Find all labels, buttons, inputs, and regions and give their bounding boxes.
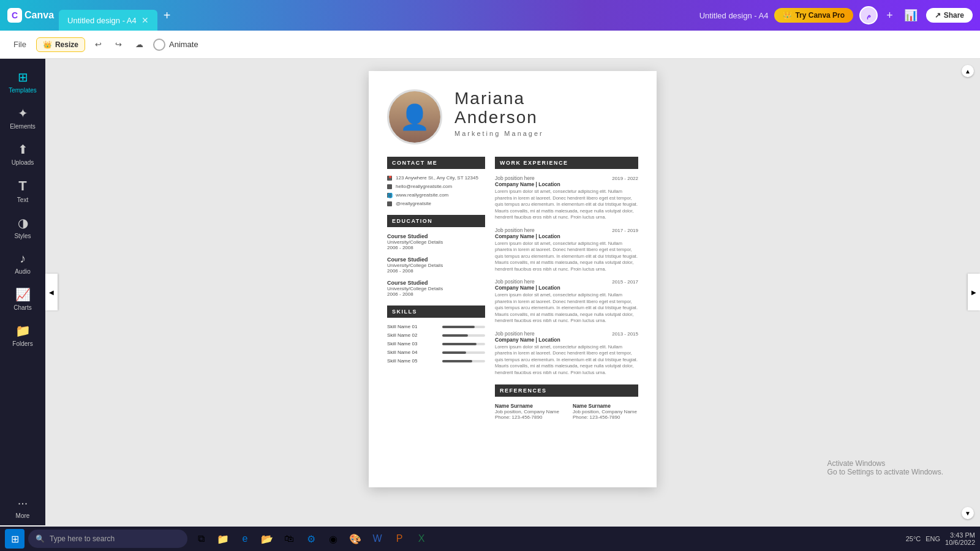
skill-bar-3: [442, 343, 485, 345]
scroll-right-button[interactable]: ▶: [968, 274, 980, 310]
add-collaborator-button[interactable]: +: [884, 7, 895, 24]
uploads-icon: ⬆: [18, 142, 28, 157]
taskbar-search[interactable]: 🔍 Type here to search: [28, 530, 187, 548]
store-button[interactable]: 🛍: [279, 529, 299, 549]
charts-icon: 📈: [15, 287, 31, 302]
skill-item-3: Skill Name 03: [387, 341, 485, 347]
redo-icon: ↪: [115, 40, 122, 49]
toolbar: File 👑 Resize ↩ ↪ ☁ Animate: [0, 31, 980, 59]
more-icon: ···: [18, 496, 28, 510]
analytics-button[interactable]: 📊: [902, 6, 920, 24]
resume-body: CONTACT ME 📍 123 Anywhere St., Any City,…: [387, 157, 638, 420]
references-header: REFERENCES: [495, 384, 638, 397]
skill-item-4: Skill Name 04: [387, 350, 485, 355]
ref-item-2: Name Surname Job position, Company Name …: [573, 403, 638, 420]
work-item-2: Job position here 2017 - 2019 Company Na…: [495, 227, 638, 273]
design-tab[interactable]: Untitled design - A4 ✕: [59, 10, 157, 31]
edge-button[interactable]: e: [235, 529, 255, 549]
sidebar-label-uploads: Uploads: [12, 159, 34, 166]
file-explorer-button[interactable]: 📁: [213, 529, 233, 549]
resume-left-column: CONTACT ME 📍 123 Anywhere St., Any City,…: [387, 157, 485, 420]
contact-email: ✉ hello@reallygreatsite.com: [387, 184, 485, 189]
sidebar-item-templates[interactable]: ⊞ Templates: [0, 64, 45, 100]
web-icon: 🌐: [387, 193, 392, 198]
resize-button[interactable]: 👑 Resize: [36, 37, 85, 52]
skills-section: SKILLS Skill Name 01 Skill Name 02: [387, 305, 485, 364]
chrome-button[interactable]: ◉: [323, 529, 343, 549]
scroll-up-button[interactable]: ▲: [962, 65, 974, 77]
references-section: REFERENCES Name Surname Job position, Co…: [495, 384, 638, 420]
skill-bar-2: [442, 334, 485, 337]
animate-circle-icon: [153, 39, 165, 51]
share-icon: ↗: [935, 11, 941, 20]
contact-social: □ @reallygreatsite: [387, 201, 485, 206]
avatar[interactable]: م: [859, 6, 878, 24]
resume-document[interactable]: 👤 Mariana Anderson Marketing Manager: [369, 71, 657, 487]
edu-item-3: Course Studied University/College Detail…: [387, 280, 485, 297]
try-canva-pro-button[interactable]: 👑 Try Canva Pro: [774, 8, 853, 23]
temperature-label: 25°C: [906, 535, 921, 542]
taskbar-right: 25°C ENG 3:43 PM 10/6/2022: [906, 531, 975, 546]
undo-button[interactable]: ↩: [91, 37, 105, 51]
sidebar-item-folders[interactable]: 📁 Folders: [0, 317, 45, 353]
crown-icon: 👑: [783, 11, 792, 20]
templates-icon: ⊞: [18, 70, 28, 84]
search-placeholder: Type here to search: [50, 534, 115, 543]
skill-item-2: Skill Name 02: [387, 332, 485, 338]
education-section: EDUCATION Course Studied University/Coll…: [387, 215, 485, 297]
sidebar-item-text[interactable]: T Text: [0, 172, 45, 209]
sidebar-label-styles: Styles: [14, 233, 31, 239]
sidebar-item-elements[interactable]: ✦ Elements: [0, 100, 45, 136]
taskbar-time: 3:43 PM 10/6/2022: [945, 531, 975, 546]
cortana-button[interactable]: ⚙: [301, 529, 321, 549]
references-grid: Name Surname Job position, Company Name …: [495, 403, 638, 420]
undo-icon: ↩: [95, 40, 102, 49]
sidebar-label-templates: Templates: [9, 87, 37, 94]
scroll-down-button[interactable]: ▼: [962, 507, 974, 519]
location-icon: 📍: [387, 176, 392, 181]
contact-address: 📍 123 Anywhere St., Any City, ST 12345: [387, 175, 485, 181]
redo-button[interactable]: ↪: [111, 37, 126, 51]
top-bar-right: Untitled design - A4 👑 Try Canva Pro م +…: [699, 6, 973, 24]
skill-item-1: Skill Name 01: [387, 324, 485, 329]
app-title: Canva: [24, 10, 54, 21]
sidebar-item-charts[interactable]: 📈 Charts: [0, 281, 45, 317]
new-tab-button[interactable]: +: [164, 9, 171, 23]
explorer-button2[interactable]: 📂: [257, 529, 277, 549]
work-section: WORK EXPERIENCE Job position here 2019 -…: [495, 157, 638, 376]
canva-logo[interactable]: C Canva: [7, 8, 54, 23]
resume-photo: 👤: [387, 89, 442, 144]
canvas-area[interactable]: ▲ ▼ ◀ ▶ 👤 Mariana Anderson Marketing Man…: [45, 59, 980, 525]
tab-close-icon[interactable]: ✕: [141, 15, 149, 25]
animate-label: Animate: [169, 40, 198, 49]
excel-button[interactable]: X: [412, 529, 431, 549]
work-item-4: Job position here 2013 - 2015 Company Na…: [495, 331, 638, 377]
skill-bar-4: [442, 351, 485, 354]
work-item-3: Job position here 2015 - 2017 Company Na…: [495, 279, 638, 324]
work-item-1: Job position here 2019 - 2022 Company Na…: [495, 175, 638, 221]
sidebar-label-charts: Charts: [13, 304, 31, 311]
resume-canvas: 👤 Mariana Anderson Marketing Manager: [45, 59, 980, 525]
paint-button[interactable]: 🎨: [345, 529, 365, 549]
word-button[interactable]: W: [368, 529, 387, 549]
save-to-cloud-button[interactable]: ☁: [132, 37, 147, 51]
sidebar-item-styles[interactable]: ◑ Styles: [0, 209, 45, 246]
share-button[interactable]: ↗ Share: [926, 8, 973, 23]
scroll-left-button[interactable]: ◀: [45, 274, 58, 310]
powerpoint-button[interactable]: P: [390, 529, 409, 549]
text-icon: T: [18, 178, 26, 194]
skill-item-5: Skill Name 05: [387, 358, 485, 364]
edu-item-2: Course Studied University/College Detail…: [387, 257, 485, 274]
sidebar-item-audio[interactable]: ♪ Audio: [0, 246, 45, 281]
sidebar-label-text: Text: [17, 197, 28, 203]
start-button[interactable]: ⊞: [5, 529, 24, 549]
social-icon: □: [387, 201, 392, 206]
sidebar-item-more[interactable]: ··· More: [0, 490, 45, 525]
main-layout: ⊞ Templates ✦ Elements ⬆ Uploads T Text …: [0, 59, 980, 525]
design-title-label: Untitled design - A4: [699, 11, 769, 20]
sidebar-item-uploads[interactable]: ⬆ Uploads: [0, 136, 45, 172]
sidebar-label-more: More: [16, 512, 30, 519]
email-icon: ✉: [387, 184, 392, 189]
file-menu-button[interactable]: File: [10, 37, 30, 51]
task-view-button[interactable]: ⧉: [191, 529, 211, 549]
